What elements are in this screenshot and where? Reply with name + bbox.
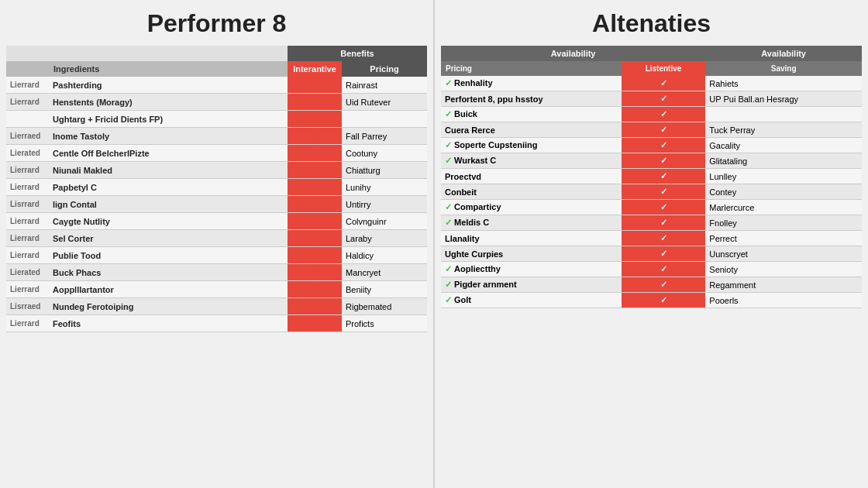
right-table-body: ✓Renhality✓RahietsPerfortent 8, ppu hsst… [441,76,862,308]
table-row: Ughtarg + Fricid Dients FP)✓ [6,111,427,128]
table-row: ✓Golt✓Pooerls [441,293,862,308]
row-label: Lierrard [6,281,49,298]
table-row: LisrraedNundeg Ferotoiping✓Rigbemated [6,298,427,315]
saving-cell: UP Pui Ball.an Hesragy [705,91,862,107]
ingredient-name: lign Contal [49,196,288,213]
feature-name: ✓Buick [441,107,622,122]
feature-name: Perfortent 8, ppu hsstoy [441,91,622,107]
check2-cell: ✓ [622,138,706,153]
table-row: LierrardPapbetyl C✓Lunihy [6,179,427,196]
row-label: Lisrrard [6,196,49,213]
check-cell: ✓ [288,230,342,247]
table-row: LierrardHenstents (Moragy)✓Uid Rutever [6,94,427,111]
pricing-cell: Uid Rutever [342,94,427,111]
saving-cell: Rahiets [705,76,862,91]
table-row: Cuera Rerce✓Tuck Perray [441,122,862,138]
availability2-header: Availability [705,46,862,61]
saving-cell: Tuck Perray [705,122,862,138]
check-cell: ✓ [288,145,342,162]
row-label [6,111,49,128]
table-row: LierrardSel Corter✓Laraby [6,230,427,247]
table-row: ✓Soperte Cupsteniing✓Gacality [441,138,862,153]
feature-name: ✓Meldis C [441,215,622,231]
right-panel-title: Altenaties [441,6,862,41]
ingredient-name: Ughtarg + Fricid Dients FP) [49,111,288,128]
saving-cell: Marlercurce [705,200,862,215]
benefits-header: Benefits [288,46,427,61]
check-cell: ✓ [288,179,342,196]
ingredient-name: Publie Tood [49,247,288,264]
pricing-cell: Laraby [342,230,427,247]
table-row: ✓Wurkast C✓Glitataling [441,153,862,169]
table-row: Perfortent 8, ppu hsstoy✓UP Pui Ball.an … [441,91,862,107]
row-label: Lierated [6,264,49,281]
table-row: LierraedInome Tastoly✓Fall Parrey [6,128,427,145]
feature-name: ✓Renhality [441,76,622,91]
pricing-cell: Mancryet [342,264,427,281]
feature-name: ✓Comparticy [441,200,622,215]
pricing-cell: Colvnguinr [342,213,427,230]
feature-name: ✓Wurkast C [441,153,622,169]
pricing-cell [342,111,427,128]
check2-cell: ✓ [622,262,706,277]
row-label: Lierrard [6,247,49,264]
ingredient-name: Caygte Nutlity [49,213,288,230]
main-container: Performer 8 Benefits Ingredients Interan… [0,0,868,488]
check-cell: ✓ [288,128,342,145]
feature-name: Llanality [441,231,622,246]
check2-cell: ✓ [622,277,706,293]
check-cell: ✓ [288,196,342,213]
row-label: Lisrraed [6,298,49,315]
table-row: LierrardNiunali Makled✓Chiatturg [6,162,427,179]
pricing-subheader: Pricing [441,61,622,76]
right-panel: Altenaties Availability Availability Pri… [435,0,868,488]
table-row: LierrardCaygte Nutlity✓Colvnguinr [6,213,427,230]
check2-cell: ✓ [622,200,706,215]
availability1-header: Availability [441,46,705,61]
table-row: LierrardAopplllartantor✓Beniity [6,281,427,298]
table-row: LierrardPashterding✓Rainrast [6,77,427,94]
saving-subheader: Saving [705,61,862,76]
check-cell: ✓ [288,162,342,179]
ingredient-name: Inome Tastoly [49,128,288,145]
pricing-cell: Lunihy [342,179,427,196]
table-row: Lisrrardlign Contal✓Untirry [6,196,427,213]
row-label: Lierated [6,145,49,162]
check2-cell: ✓ [622,184,706,200]
feature-name: Proectvd [441,169,622,184]
ingredient-name: Pashterding [49,77,288,94]
feature-name: ✓Golt [441,293,622,308]
interactive-header: Interantive [288,61,342,77]
saving-cell: Uunscryet [705,246,862,262]
check-cell: ✓ [288,315,342,332]
table-row: ✓Buick✓ [441,107,862,122]
feature-name: Conbeit [441,184,622,200]
left-table: Benefits Ingredients Interantive Pricing… [6,46,427,332]
saving-cell: Perrect [705,231,862,246]
table-row: LierrardFeofits✓Proficts [6,315,427,332]
right-table: Availability Availability Pricing Listen… [441,46,862,308]
feature-name: ✓Aopliectthy [441,262,622,277]
col-label-header [6,61,49,77]
ingredient-name: Niunali Makled [49,162,288,179]
table-row: ✓Comparticy✓Marlercurce [441,200,862,215]
row-label: Lierrard [6,94,49,111]
check-cell: ✓ [288,213,342,230]
table-row: ✓Pigder arnment✓Regamment [441,277,862,293]
feature-name: Cuera Rerce [441,122,622,138]
ingredient-name: Henstents (Moragy) [49,94,288,111]
check2-cell: ✓ [622,91,706,107]
check2-cell: ✓ [622,231,706,246]
row-label: Lierrard [6,179,49,196]
ingredient-name: Buck Phacs [49,264,288,281]
saving-cell [705,107,862,122]
check-cell: ✓ [288,94,342,111]
left-table-body: LierrardPashterding✓RainrastLierrardHens… [6,77,427,332]
table-row: Proectvd✓Lunlley [441,169,862,184]
ingredient-name: Papbetyl C [49,179,288,196]
table-row: Ughte Curpies✓Uunscryet [441,246,862,262]
row-label: Lierrard [6,213,49,230]
ingredients-header: Ingredients [49,61,288,77]
pricing-cell: Untirry [342,196,427,213]
check2-cell: ✓ [622,153,706,169]
